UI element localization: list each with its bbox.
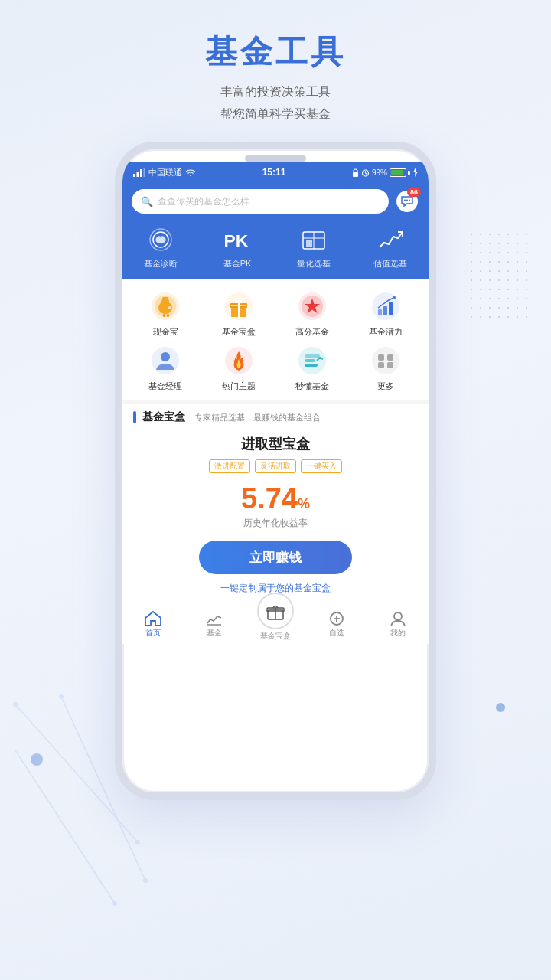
svg-rect-43 [378,309,382,315]
search-icon: 🔍 [141,196,153,207]
rate-display: 5.74% [133,482,418,515]
nav-item-diagnosis[interactable]: 基金诊断 [144,226,178,270]
svg-rect-54 [378,354,384,361]
svg-rect-32 [163,314,165,317]
status-bar: 中国联通 15:11 [122,162,429,183]
plus-circle-icon [328,611,345,626]
nav-giftbox[interactable]: 基金宝盒 [245,608,306,642]
fund-icon [206,611,223,626]
nav-label-quant: 量化选基 [297,258,331,270]
battery-pct: 99% [372,168,387,177]
svg-line-15 [365,173,367,174]
phone-outer: 中国联通 15:11 [115,142,436,800]
page-subtitle: 丰富的投资决策工具 帮您简单科学买基金 [0,81,551,126]
profile-icon [390,611,406,626]
svg-rect-10 [140,169,142,177]
more-icon [369,344,403,377]
top-nav: 基金诊断 PK 基金PK [122,221,429,279]
svg-rect-52 [305,364,318,367]
rate-unit: % [298,496,310,511]
svg-text:PK: PK [223,230,248,250]
rate-value: 5.74 [241,482,298,514]
section-title: 基金宝盒 [142,410,185,424]
grid-row-2: 基金经理 热门主题 [122,341,429,395]
nav-label-profile: 我的 [390,628,406,639]
search-placeholder-text: 查查你买的基金怎么样 [158,195,249,208]
page-title: 基金工具 [0,31,551,74]
manager-icon [148,344,182,377]
tags-row: 激进配置 灵活进取 一键买入 [133,459,418,473]
grid-item-trend[interactable]: 基金潜力 [354,289,418,338]
trend-icon [369,289,403,323]
card-title: 进取型宝盒 [133,435,418,453]
nav-item-pk[interactable]: PK 基金PK [220,226,254,270]
alarm-icon [361,168,370,177]
wifi-icon [185,168,196,177]
nav-item-value[interactable]: 估值选基 [373,226,407,270]
chat-button[interactable]: 86 [395,189,419,214]
svg-point-31 [168,306,171,309]
search-input-box[interactable]: 🔍 查查你买的基金怎么样 [132,189,389,214]
svg-rect-9 [137,172,139,177]
grid-item-lightning[interactable]: 秒懂基金 [280,344,344,392]
diagnosis-icon [144,226,178,255]
bg-circle-right [496,703,505,712]
nav-label-fund: 基金 [207,628,222,639]
cash-icon [148,289,182,323]
svg-rect-8 [133,174,135,177]
search-bar[interactable]: 🔍 查查你买的基金怎么样 86 [122,183,429,221]
svg-point-3 [13,702,18,707]
tag-1: 灵活进取 [255,459,296,473]
nav-label-pk: 基金PK [223,258,252,270]
carrier-label: 中国联通 [148,167,182,178]
earn-button[interactable]: 立即赚钱 [199,541,352,574]
grid-item-star[interactable]: 高分基金 [280,289,344,338]
quant-icon [297,226,331,255]
grid-label-lightning: 秒懂基金 [295,381,329,392]
svg-point-4 [59,694,64,699]
star-icon [295,289,329,323]
status-right: 99% [352,168,418,177]
svg-rect-55 [387,354,393,361]
svg-point-17 [406,200,408,201]
grid-label-fire: 热门主题 [222,381,256,392]
signal-icon [133,168,145,177]
gift-icon [222,289,256,323]
battery-indicator [390,168,410,177]
svg-line-1 [15,750,115,903]
grid-item-cash[interactable]: 现金宝 [133,289,197,338]
svg-point-16 [404,200,406,201]
grid-item-more[interactable]: 更多 [354,344,418,392]
section-desc: 专家精品选基，最赚钱的基金组合 [194,412,321,423]
nav-home[interactable]: 首页 [122,611,184,639]
svg-rect-57 [387,362,393,368]
status-left: 中国联通 [133,167,196,178]
nav-watchlist[interactable]: 自选 [306,611,367,639]
grid-label-more: 更多 [377,381,394,392]
grid-item-gift[interactable]: 基金宝盒 [207,289,271,338]
grid-item-fire[interactable]: 热门主题 [207,344,271,392]
nav-profile[interactable]: 我的 [367,611,429,639]
chat-badge-count: 86 [407,188,421,197]
message-icon [401,196,413,207]
svg-point-5 [112,901,117,906]
content-area: 现金宝 [122,279,429,644]
nav-fund[interactable]: 基金 [184,611,245,639]
svg-point-53 [372,347,399,374]
grid-item-manager[interactable]: 基金经理 [133,344,197,392]
nav-item-quant[interactable]: 量化选基 [297,226,331,270]
home-icon [145,611,161,626]
svg-rect-30 [162,297,168,299]
svg-rect-50 [305,354,320,358]
grid-label-gift: 基金宝盒 [222,326,256,338]
section-bar [133,411,136,423]
svg-rect-12 [353,172,358,177]
grid-label-trend: 基金潜力 [369,326,403,338]
grid-label-cash: 现金宝 [153,326,178,338]
phone-notch [245,155,306,162]
pk-icon: PK [220,226,254,255]
grid-label-manager: 基金经理 [148,381,182,392]
card-area: 进取型宝盒 激进配置 灵活进取 一键买入 5.74% 历史年化收益率 立即赚钱 … [122,427,429,603]
svg-rect-44 [383,306,387,315]
nav-label-giftbox: 基金宝盒 [260,631,291,642]
